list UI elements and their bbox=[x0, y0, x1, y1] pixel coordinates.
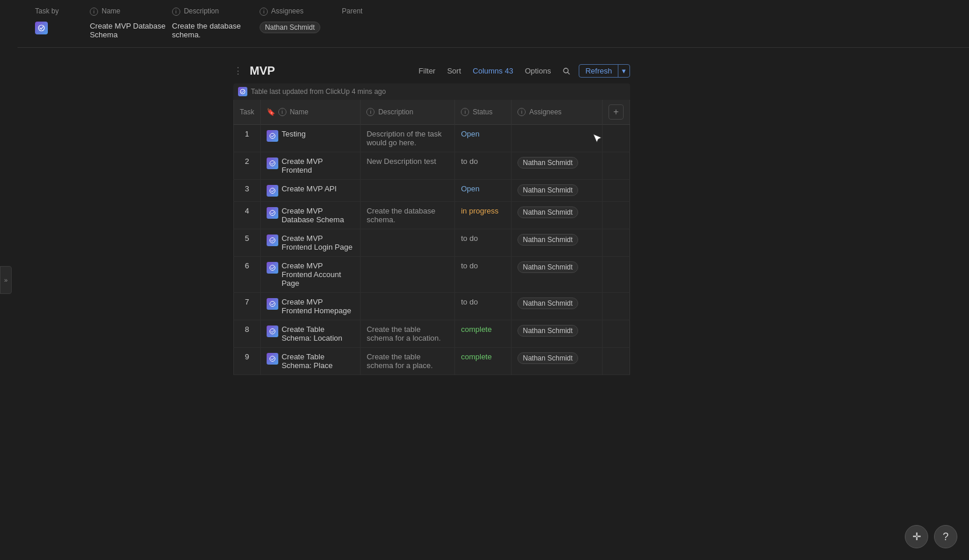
assignee-badge: Nathan Schmidt bbox=[517, 261, 578, 273]
task-name-text: Create MVP Frontend bbox=[282, 157, 355, 174]
row-name-cell: Create MVP Frontend Homepage bbox=[260, 293, 361, 320]
row-assignee-cell: Nathan Schmidt bbox=[512, 202, 603, 229]
task-icon bbox=[267, 130, 278, 142]
assignee-badge: Nathan Schmidt bbox=[517, 157, 578, 169]
row-status-cell: to do bbox=[455, 257, 512, 293]
task-icon bbox=[267, 262, 278, 274]
desc-info-icon: i bbox=[172, 8, 180, 16]
options-button[interactable]: Options bbox=[522, 65, 555, 77]
row-status-cell: complete bbox=[455, 348, 512, 375]
search-icon-button[interactable] bbox=[559, 65, 574, 77]
row-assignee-cell: Nathan Schmidt bbox=[512, 180, 603, 202]
row-add-cell bbox=[602, 293, 629, 320]
col-header-description: i Description bbox=[172, 7, 260, 16]
filter-button[interactable]: Filter bbox=[415, 65, 439, 77]
row-number: 1 bbox=[234, 125, 261, 152]
row-add-cell bbox=[602, 180, 629, 202]
help-fab-button[interactable]: ? bbox=[934, 525, 957, 548]
add-fab-button[interactable]: ✛ bbox=[905, 525, 928, 548]
table-row[interactable]: 1 Testing Description of the task would … bbox=[234, 125, 630, 152]
row-number: 9 bbox=[234, 348, 261, 375]
task-name-text: Create MVP Frontend Account Page bbox=[282, 261, 355, 288]
sort-button[interactable]: Sort bbox=[443, 65, 464, 77]
row-name-cell: Create Table Schema: Place bbox=[260, 348, 361, 375]
mvp-toolbar: Filter Sort Columns 43 Options Refresh ▾ bbox=[415, 64, 630, 78]
task-icon bbox=[267, 235, 278, 246]
table-row[interactable]: 9 Create Table Schema: Place Create the … bbox=[234, 348, 630, 375]
row-status-cell: complete bbox=[455, 320, 512, 348]
row-add-cell bbox=[602, 152, 629, 180]
refresh-dropdown-button[interactable]: ▾ bbox=[618, 65, 629, 77]
task-icon bbox=[267, 298, 278, 310]
svg-point-11 bbox=[270, 329, 275, 334]
add-column-button[interactable]: + bbox=[608, 104, 624, 120]
row-add-cell bbox=[602, 125, 629, 152]
chevron-down-icon: ▾ bbox=[622, 66, 626, 75]
top-section: Task by i Name i Description i Assignees… bbox=[18, 0, 969, 48]
plus-icon: ✛ bbox=[912, 530, 921, 543]
mvp-menu-icon[interactable]: ⋮ bbox=[233, 65, 243, 76]
assignee-badge: Nathan Schmidt bbox=[517, 234, 578, 246]
mvp-section: ⋮ MVP Filter Sort Columns 43 Options Ref… bbox=[233, 64, 630, 375]
svg-point-10 bbox=[270, 302, 275, 307]
sidebar-toggle-button[interactable]: » bbox=[0, 266, 12, 294]
task-icon bbox=[267, 207, 278, 219]
th-status: i Status bbox=[455, 100, 512, 125]
row-description-cell bbox=[361, 229, 455, 257]
table-row[interactable]: 3 Create MVP API OpenNathan Schmidt bbox=[234, 180, 630, 202]
col-header-parent: Parent bbox=[342, 7, 397, 16]
assignee-badge: Nathan Schmidt bbox=[517, 298, 578, 309]
th-status-label: Status bbox=[473, 108, 492, 116]
svg-point-1 bbox=[564, 68, 568, 73]
th-name: 🔖 i Name bbox=[260, 100, 361, 125]
columns-button[interactable]: Columns 43 bbox=[469, 65, 516, 77]
row-status-cell: to do bbox=[455, 152, 512, 180]
name-col-info-icon: i bbox=[278, 108, 286, 116]
mvp-table: Task 🔖 i Name i Description bbox=[233, 100, 630, 375]
row-name-cell: Create MVP Frontend bbox=[260, 152, 361, 180]
main-content: Task by i Name i Description i Assignees… bbox=[18, 0, 969, 560]
task-icon bbox=[267, 326, 278, 337]
refresh-group: Refresh ▾ bbox=[579, 64, 630, 78]
top-task-icon bbox=[35, 22, 48, 34]
table-row[interactable]: 5 Create MVP Frontend Login Page to doNa… bbox=[234, 229, 630, 257]
task-name-text: Create MVP Frontend Login Page bbox=[282, 234, 355, 251]
task-name-text: Create Table Schema: Location bbox=[282, 325, 355, 342]
row-number: 2 bbox=[234, 152, 261, 180]
assignee-badge: Nathan Schmidt bbox=[517, 352, 578, 364]
task-by-label: Task by bbox=[35, 7, 90, 16]
row-number: 7 bbox=[234, 293, 261, 320]
row-number: 3 bbox=[234, 180, 261, 202]
row-description-cell bbox=[361, 293, 455, 320]
top-table: Task by i Name i Description i Assignees… bbox=[35, 7, 397, 41]
table-row[interactable]: 6 Create MVP Frontend Account Page to do… bbox=[234, 257, 630, 293]
task-name-text: Create MVP API bbox=[282, 184, 337, 193]
top-assignee-badge: Nathan Schmidt bbox=[260, 22, 320, 33]
table-row[interactable]: 7 Create MVP Frontend Homepage to doNath… bbox=[234, 293, 630, 320]
top-row-assignee: Nathan Schmidt bbox=[260, 22, 342, 33]
update-info-bar: Table last updated from ClickUp 4 mins a… bbox=[233, 83, 630, 100]
th-add-column[interactable]: + bbox=[602, 100, 629, 125]
task-icon bbox=[267, 353, 278, 365]
top-table-row: Create MVP Database Schema Create the da… bbox=[35, 19, 397, 41]
table-row[interactable]: 2 Create MVP Frontend New Description te… bbox=[234, 152, 630, 180]
th-assignees: i Assignees bbox=[512, 100, 603, 125]
row-status-cell: to do bbox=[455, 293, 512, 320]
row-add-cell bbox=[602, 320, 629, 348]
row-number: 8 bbox=[234, 320, 261, 348]
row-assignee-cell bbox=[512, 125, 603, 152]
svg-point-3 bbox=[240, 89, 245, 94]
svg-point-9 bbox=[270, 265, 275, 271]
top-table-header: Task by i Name i Description i Assignees… bbox=[35, 7, 397, 19]
assignee-badge: Nathan Schmidt bbox=[517, 206, 578, 218]
table-row[interactable]: 8 Create Table Schema: Location Create t… bbox=[234, 320, 630, 348]
task-name-text: Create Table Schema: Place bbox=[282, 352, 355, 370]
assignees-info-icon: i bbox=[260, 8, 268, 16]
row-assignee-cell: Nathan Schmidt bbox=[512, 257, 603, 293]
mvp-title-bar: ⋮ MVP Filter Sort Columns 43 Options Ref… bbox=[233, 64, 630, 83]
refresh-button[interactable]: Refresh bbox=[579, 65, 618, 77]
table-row[interactable]: 4 Create MVP Database Schema Create the … bbox=[234, 202, 630, 229]
desc-col-info-icon: i bbox=[366, 108, 375, 116]
row-assignee-cell: Nathan Schmidt bbox=[512, 320, 603, 348]
row-description-cell bbox=[361, 257, 455, 293]
